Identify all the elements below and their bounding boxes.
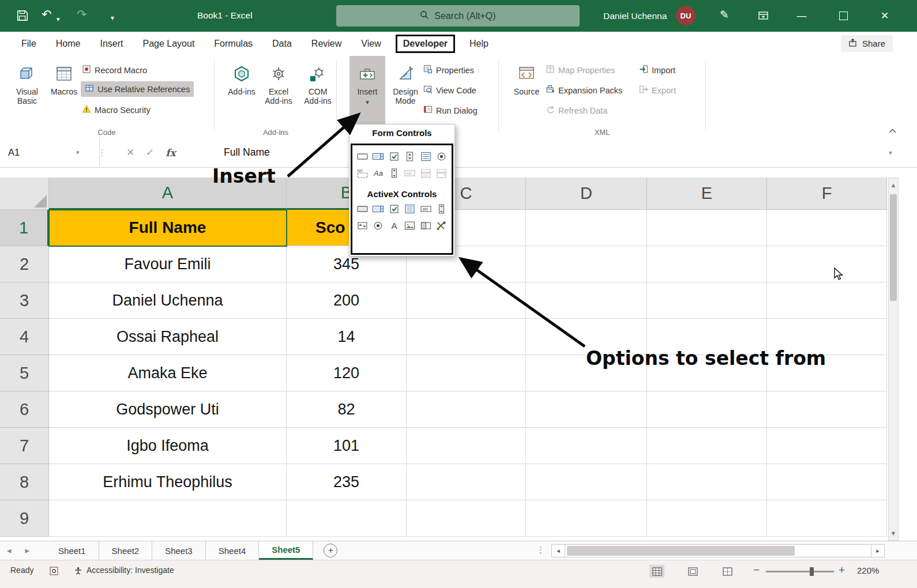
tab-formulas[interactable]: Formulas (204, 32, 262, 56)
row-header-8[interactable]: 8 (0, 464, 49, 500)
row-header-5[interactable]: 5 (0, 355, 49, 391)
cell[interactable] (767, 282, 887, 319)
cell[interactable] (407, 464, 526, 500)
horizontal-scrollbar-thumb[interactable] (567, 546, 795, 556)
cell[interactable] (407, 319, 526, 355)
sheet-tab-sheet3[interactable]: Sheet3 (152, 541, 206, 560)
cell[interactable] (526, 246, 647, 282)
macros-button[interactable]: Macros (46, 58, 82, 97)
cell[interactable] (767, 500, 887, 537)
cell-a3[interactable]: Daniel Uchenna (49, 282, 287, 319)
save-icon[interactable] (16, 9, 29, 24)
tab-data[interactable]: Data (262, 32, 302, 56)
scroll-left-icon[interactable]: ◂ (552, 545, 565, 557)
horizontal-scrollbar[interactable]: ◂ ▸ (551, 544, 885, 557)
expand-formula-bar-icon[interactable]: ▾ (884, 138, 897, 167)
com-add-ins-button[interactable]: COM Add-ins (300, 58, 336, 105)
row-header-4[interactable]: 4 (0, 319, 49, 355)
cell[interactable] (647, 464, 767, 500)
activex-toggle-button-icon[interactable] (419, 220, 433, 232)
user-name[interactable]: Daniel Uchenna (603, 11, 667, 21)
cell[interactable] (767, 246, 887, 282)
name-box[interactable]: A1 ▾ (0, 138, 100, 167)
form-list-box-icon[interactable] (419, 150, 433, 163)
form-check-box-icon[interactable] (388, 150, 401, 163)
name-box-dropdown-icon[interactable]: ▾ (76, 149, 80, 156)
activex-command-button-icon[interactable] (356, 203, 369, 215)
row-header-1[interactable]: 1 (0, 210, 49, 246)
cell[interactable] (287, 500, 407, 537)
cell-a6[interactable]: Godspower Uti (49, 391, 287, 428)
tab-developer[interactable]: Developer (396, 35, 455, 53)
cell-a4[interactable]: Ossai Rapheal (49, 319, 287, 355)
cell[interactable] (647, 428, 767, 464)
zoom-slider-thumb[interactable] (810, 567, 814, 576)
insert-function-icon[interactable]: fx (163, 138, 179, 167)
cell-b4[interactable]: 14 (287, 319, 407, 355)
cell[interactable] (526, 464, 647, 500)
cell-b3[interactable]: 200 (287, 282, 407, 319)
page-layout-view-button[interactable] (685, 565, 700, 578)
cell[interactable] (526, 391, 647, 428)
tab-insert[interactable]: Insert (90, 32, 133, 56)
form-scroll-bar-icon[interactable] (388, 167, 401, 179)
redo-icon[interactable]: ↷ (77, 9, 87, 20)
cell[interactable] (407, 500, 526, 537)
scroll-down-icon[interactable]: ▼ (889, 530, 898, 537)
cell[interactable] (407, 282, 526, 319)
design-mode-button[interactable]: Design Mode (388, 58, 423, 105)
cell[interactable] (767, 210, 887, 246)
search-input[interactable]: Search (Alt+Q) (336, 5, 580, 27)
cell[interactable] (526, 428, 647, 464)
accessibility-status[interactable]: Accessibility: Investigate (87, 566, 174, 575)
form-combo-box-icon[interactable] (371, 150, 385, 163)
view-code-button[interactable]: View Code (423, 82, 476, 98)
properties-button[interactable]: Properties (423, 62, 474, 78)
normal-view-button[interactable] (649, 565, 664, 578)
confirm-entry-icon[interactable]: ✓ (142, 138, 158, 167)
avatar[interactable]: DU (676, 6, 696, 25)
cell[interactable] (526, 500, 647, 537)
cancel-entry-icon[interactable]: ✕ (122, 138, 138, 167)
cell[interactable] (767, 391, 887, 428)
cell-b8[interactable]: 235 (287, 464, 407, 500)
cell[interactable] (526, 210, 647, 246)
visual-basic-button[interactable]: Visual Basic (9, 58, 45, 105)
undo-icon[interactable]: ↶ (42, 9, 52, 20)
collapse-ribbon-icon[interactable] (888, 126, 897, 137)
select-all-corner[interactable] (0, 178, 49, 210)
cell[interactable] (647, 500, 767, 537)
vertical-scrollbar-thumb[interactable] (890, 194, 897, 301)
use-relative-references-button[interactable]: Use Relative References (81, 81, 194, 97)
tab-file[interactable]: File (12, 32, 46, 56)
column-header-f[interactable]: F (767, 178, 887, 210)
activex-scroll-bar-icon[interactable] (435, 203, 448, 215)
zoom-slider-track[interactable] (766, 571, 834, 572)
sheet-nav-right-icon[interactable]: ▸ (18, 541, 37, 560)
insert-controls-button[interactable]: Insert ▾ (349, 56, 385, 126)
activex-combo-box-icon[interactable] (371, 203, 385, 215)
sheet-nav-left-icon[interactable]: ◂ (0, 541, 18, 560)
share-button[interactable]: Share (841, 35, 893, 52)
source-button[interactable]: Source (509, 58, 544, 97)
cell[interactable] (647, 282, 767, 319)
customize-quick-access-icon[interactable]: ▾ (111, 12, 114, 24)
expansion-packs-button[interactable]: Expansion Packs (546, 82, 622, 98)
cell[interactable] (49, 500, 287, 537)
formula-bar-value[interactable]: Full Name (224, 138, 270, 167)
tab-help[interactable]: Help (460, 32, 498, 56)
maximize-button[interactable] (829, 0, 857, 32)
cell[interactable] (767, 464, 887, 500)
activex-more-controls-icon[interactable] (435, 220, 448, 232)
cell-a8[interactable]: Erhimu Theophilus (49, 464, 287, 500)
run-dialog-button[interactable]: Run Dialog (423, 103, 478, 118)
form-group-box-icon[interactable]: xyz (356, 167, 369, 179)
row-header-7[interactable]: 7 (0, 428, 49, 464)
sheet-tab-sheet1[interactable]: Sheet1 (46, 541, 99, 560)
cell[interactable] (647, 210, 767, 246)
import-button[interactable]: Import (639, 62, 675, 78)
row-header-9[interactable]: 9 (0, 500, 49, 537)
sheet-tab-sheet5[interactable]: Sheet5 (259, 541, 313, 560)
cell[interactable] (407, 391, 526, 428)
zoom-out-button[interactable]: − (753, 564, 760, 576)
